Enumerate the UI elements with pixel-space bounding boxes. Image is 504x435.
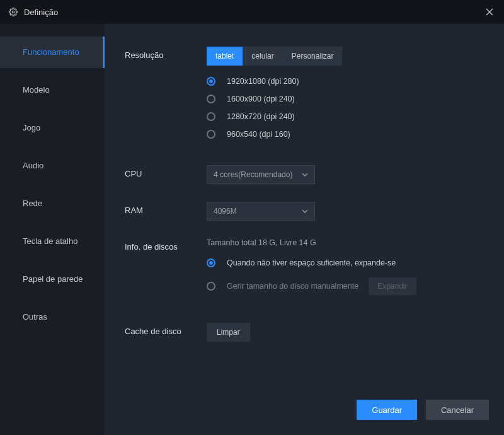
resolution-option[interactable]: 1920x1080 (dpi 280) <box>207 77 504 86</box>
sidebar: Funcionamento Modelo Jogo Audio Rede Tec… <box>0 24 105 435</box>
footer: Guardar Cancelar <box>357 400 489 420</box>
save-button[interactable]: Guardar <box>357 400 417 420</box>
select-value: 4 cores(Recomendado) <box>214 170 292 179</box>
radio-icon <box>207 95 215 103</box>
radio-label: 1920x1080 (dpi 280) <box>227 77 299 86</box>
resolution-option[interactable]: 1600x900 (dpi 240) <box>207 95 504 103</box>
resolution-option[interactable]: 960x540 (dpi 160) <box>207 130 504 139</box>
radio-icon <box>207 282 215 291</box>
expand-button[interactable]: Expandir <box>369 277 416 295</box>
sidebar-item-label: Jogo <box>23 123 40 132</box>
select-value: 4096M <box>214 207 237 216</box>
tab-label: tablet <box>215 52 234 61</box>
disk-option-manual[interactable]: Gerir tamanho do disco manualmente Expan… <box>207 277 504 295</box>
resolution-options: 1920x1080 (dpi 280) 1600x900 (dpi 240) 1… <box>207 77 504 139</box>
button-label: Limpar <box>217 328 240 337</box>
resolution-tabs: tablet celular Personalizar <box>207 47 504 66</box>
disk-info-label: Info. de discos <box>125 238 207 252</box>
sidebar-item-label: Audio <box>23 161 43 170</box>
ram-select[interactable]: 4096M <box>207 202 315 221</box>
sidebar-item-modelo[interactable]: Modelo <box>0 74 105 106</box>
sidebar-item-funcionamento[interactable]: Funcionamento <box>0 37 105 68</box>
window-title: Definição <box>24 8 484 17</box>
chevron-down-icon <box>302 209 308 213</box>
button-label: Expandir <box>377 282 407 291</box>
chevron-down-icon <box>302 173 308 177</box>
disk-option-auto[interactable]: Quando não tiver espaço suficiente, expa… <box>207 258 504 267</box>
cpu-label: CPU <box>125 165 207 178</box>
button-label: Cancelar <box>441 405 474 415</box>
sidebar-item-label: Outras <box>23 312 47 322</box>
sidebar-item-label: Funcionamento <box>23 47 79 57</box>
cpu-select[interactable]: 4 cores(Recomendado) <box>207 165 315 184</box>
radio-label: 960x540 (dpi 160) <box>227 130 290 139</box>
tab-tablet[interactable]: tablet <box>207 47 243 66</box>
radio-label: 1600x900 (dpi 240) <box>227 95 295 103</box>
sidebar-item-label: Papel de parede <box>23 274 83 284</box>
radio-icon <box>207 77 215 86</box>
sidebar-item-papel-de-parede[interactable]: Papel de parede <box>0 264 105 295</box>
disk-info-text: Tamanho total 18 G, Livre 14 G <box>207 238 504 247</box>
sidebar-item-jogo[interactable]: Jogo <box>0 112 105 144</box>
resolution-label: Resolução <box>125 47 207 60</box>
sidebar-item-rede[interactable]: Rede <box>0 188 105 219</box>
resolution-option[interactable]: 1280x720 (dpi 240) <box>207 112 504 121</box>
tab-celular[interactable]: celular <box>243 47 282 66</box>
ram-label: RAM <box>125 202 207 215</box>
tab-personalizar[interactable]: Personalizar <box>283 47 343 66</box>
button-label: Guardar <box>372 405 402 415</box>
radio-icon <box>207 112 215 121</box>
cancel-button[interactable]: Cancelar <box>426 400 489 420</box>
close-icon[interactable] <box>484 6 495 18</box>
radio-icon <box>207 258 215 267</box>
titlebar: Definição <box>0 0 504 24</box>
tab-label: Personalizar <box>292 52 334 61</box>
sidebar-item-audio[interactable]: Audio <box>0 150 105 182</box>
radio-label: 1280x720 (dpi 240) <box>227 112 295 121</box>
svg-point-0 <box>12 11 14 13</box>
tab-label: celular <box>251 52 273 61</box>
sidebar-item-outras[interactable]: Outras <box>0 301 105 333</box>
main-panel: Resolução tablet celular Personalizar 19… <box>105 24 504 435</box>
cache-label: Cache de disco <box>125 323 207 336</box>
radio-icon <box>207 130 215 139</box>
radio-label: Gerir tamanho do disco manualmente <box>227 282 358 291</box>
gear-icon <box>9 8 18 16</box>
sidebar-item-tecla-de-atalho[interactable]: Tecla de atalho <box>0 226 105 257</box>
radio-label: Quando não tiver espaço suficiente, expa… <box>227 258 396 267</box>
sidebar-item-label: Tecla de atalho <box>23 236 77 246</box>
sidebar-item-label: Modelo <box>23 85 50 95</box>
sidebar-item-label: Rede <box>23 199 42 208</box>
clear-cache-button[interactable]: Limpar <box>207 323 250 342</box>
